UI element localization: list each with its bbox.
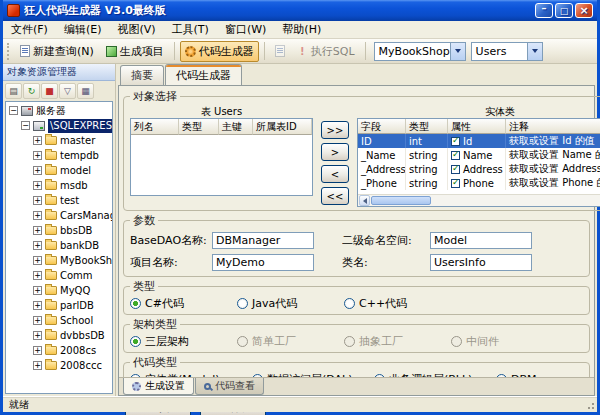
expand-icon[interactable] <box>33 226 42 235</box>
column-header[interactable]: 属性 <box>448 119 506 134</box>
expand-icon[interactable] <box>33 256 42 265</box>
expand-icon[interactable] <box>33 181 42 190</box>
connect-icon[interactable]: ▤ <box>5 83 22 99</box>
class-name-input[interactable] <box>430 254 532 271</box>
column-header[interactable]: 主键 <box>219 119 253 135</box>
checkbox-checked-icon[interactable] <box>451 165 460 174</box>
table-row[interactable]: _Address string Address 获取或设置 Address 的值 <box>358 162 600 176</box>
checkbox-checked-icon[interactable] <box>451 137 460 146</box>
scrollbar-thumb[interactable] <box>371 196 431 205</box>
scroll-left-icon[interactable] <box>359 195 370 206</box>
tab-summary[interactable]: 摘要 <box>120 65 164 85</box>
expand-icon[interactable] <box>33 361 42 370</box>
tree-item-database[interactable]: 2008ccc <box>6 358 112 373</box>
expand-icon[interactable] <box>33 196 42 205</box>
column-header[interactable]: 列名 <box>131 119 179 135</box>
object-select-group: 对象选择 表 Users 列名 类型 主键 所属表ID <box>123 89 600 211</box>
menu-help[interactable]: 帮助(H) <box>274 21 329 38</box>
maximize-button[interactable] <box>555 3 573 18</box>
tree-item-server-instance[interactable]: \SQLEXPRESS (数据库... <box>6 118 112 133</box>
entity-grid[interactable]: 字段 类型 属性 注释 ID int Id <box>357 118 600 207</box>
expand-icon[interactable] <box>33 346 42 355</box>
checkbox-checked-icon[interactable] <box>451 179 460 188</box>
tree-item-database[interactable]: model <box>6 163 112 178</box>
chevron-down-icon[interactable] <box>527 43 542 60</box>
tree-item-database[interactable]: parlDB <box>6 298 112 313</box>
expand-icon[interactable] <box>33 166 42 175</box>
resize-grip-icon[interactable] <box>585 400 595 410</box>
radio-cpp[interactable]: C++代码 <box>344 296 451 311</box>
expand-icon[interactable] <box>33 151 42 160</box>
generate-project-button[interactable]: 生成项目 <box>101 41 169 62</box>
tree-item-database[interactable]: tempdb <box>6 148 112 163</box>
tree-item-database[interactable]: MyBookShop <box>6 253 112 268</box>
close-button[interactable] <box>575 3 593 18</box>
namespace-input[interactable] <box>430 232 532 249</box>
column-header[interactable]: 注释 <box>506 119 600 134</box>
column-header[interactable]: 类型 <box>406 119 448 134</box>
tree-item-database[interactable]: 2008cs <box>6 343 112 358</box>
table-row[interactable]: _Phone string Phone 获取或设置 Phone 的值 <box>358 176 600 190</box>
expand-icon[interactable] <box>33 241 42 250</box>
expand-icon[interactable] <box>33 211 42 220</box>
collapse-icon[interactable] <box>9 106 18 115</box>
table-row[interactable]: ID int Id 获取或设置 Id 的值 <box>358 134 600 148</box>
object-explorer-panel: 对象资源管理器 ▤ ↻ ■ ▽ ▦ 服务器 \SQLEXPRESS (数据库..… <box>3 64 116 396</box>
tree-item-database[interactable]: bankDB <box>6 238 112 253</box>
expand-icon[interactable] <box>33 316 42 325</box>
filter-icon[interactable]: ▽ <box>59 83 76 99</box>
menu-view[interactable]: 视图(V) <box>109 21 163 38</box>
checkbox-checked-icon[interactable] <box>451 151 460 160</box>
column-header[interactable]: 类型 <box>179 119 219 135</box>
menu-edit[interactable]: 编辑(E) <box>56 21 110 38</box>
expand-icon[interactable] <box>33 331 42 340</box>
expand-icon[interactable] <box>33 271 42 280</box>
tree-item-servers[interactable]: 服务器 <box>6 103 112 118</box>
radio-three-tier[interactable]: 三层架构 <box>130 334 237 349</box>
stop-icon[interactable]: ■ <box>41 83 58 99</box>
tree-item-database[interactable]: master <box>6 133 112 148</box>
horizontal-scrollbar[interactable] <box>358 194 600 206</box>
menu-tools[interactable]: 工具(T) <box>164 21 217 38</box>
move-right-button[interactable]: > <box>321 143 349 161</box>
expand-icon[interactable] <box>33 136 42 145</box>
tab-generation-settings[interactable]: 生成设置 <box>123 378 194 395</box>
radio-icon <box>344 298 355 309</box>
basedao-input[interactable] <box>212 232 314 249</box>
move-all-right-button[interactable]: >> <box>321 121 349 139</box>
minimize-button[interactable] <box>535 3 553 18</box>
column-header[interactable]: 所属表ID <box>253 119 312 135</box>
tree-item-database[interactable]: Comm <box>6 268 112 283</box>
tree-item-database[interactable]: School <box>6 313 112 328</box>
database-combo[interactable]: MyBookShop <box>374 42 466 61</box>
tab-code-generator[interactable]: 代码生成器 <box>165 64 242 85</box>
table-row[interactable]: _Name string Name 获取或设置 Name 的值 <box>358 148 600 162</box>
move-left-button[interactable]: < <box>321 165 349 183</box>
folder-icon <box>45 181 57 190</box>
menu-file[interactable]: 文件(F) <box>3 21 56 38</box>
radio-csharp[interactable]: C#代码 <box>130 296 237 311</box>
expand-icon[interactable] <box>33 286 42 295</box>
new-query-button[interactable]: 新建查询(N) <box>15 41 99 62</box>
tree-item-database[interactable]: dvbbsDB <box>6 328 112 343</box>
radio-java[interactable]: Java代码 <box>237 296 344 311</box>
collapse-icon[interactable] <box>21 121 30 130</box>
column-header[interactable]: 字段 <box>358 119 406 134</box>
source-columns-list[interactable]: 列名 类型 主键 所属表ID <box>130 118 313 196</box>
code-generator-button[interactable]: 代码生成器 <box>180 41 259 62</box>
toolbar-grip[interactable] <box>7 43 11 60</box>
refresh-icon[interactable]: ↻ <box>23 83 40 99</box>
tree-item-database[interactable]: test <box>6 193 112 208</box>
tree-item-database[interactable]: msdb <box>6 178 112 193</box>
tree-item-database[interactable]: CarsManage <box>6 208 112 223</box>
menu-window[interactable]: 窗口(W) <box>217 21 274 38</box>
move-all-left-button[interactable]: << <box>321 187 349 205</box>
properties-icon[interactable]: ▦ <box>77 83 94 99</box>
expand-icon[interactable] <box>33 301 42 310</box>
tree-item-database[interactable]: MyQQ <box>6 283 112 298</box>
table-combo[interactable]: Users <box>471 42 543 61</box>
tree-item-database[interactable]: bbsDB <box>6 223 112 238</box>
tab-code-view[interactable]: 代码查看 <box>195 378 264 395</box>
project-name-input[interactable] <box>212 254 314 271</box>
chevron-down-icon[interactable] <box>450 43 465 60</box>
